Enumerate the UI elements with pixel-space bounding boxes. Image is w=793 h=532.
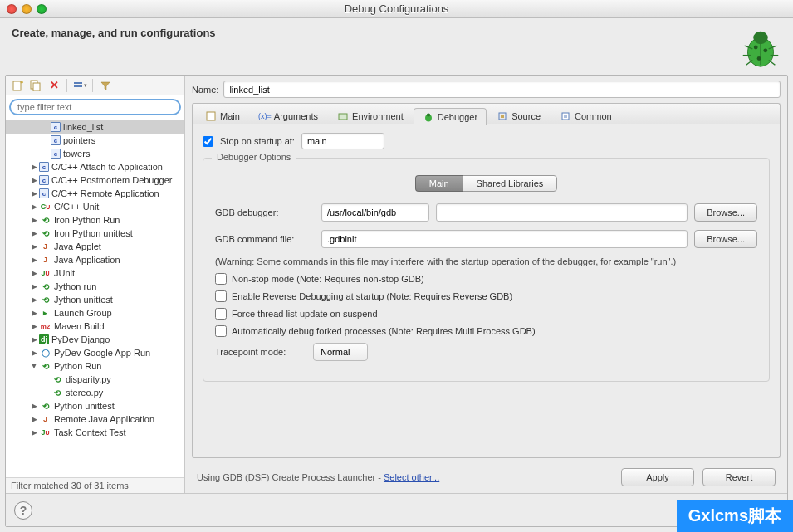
tree-item-label: Java Application xyxy=(54,255,120,265)
command-file-warning: (Warning: Some commands in this file may… xyxy=(215,256,757,266)
tab-bar: Main (x)=Arguments Environment Debugger … xyxy=(192,103,781,124)
force-thread-checkbox[interactable] xyxy=(215,308,227,320)
svg-rect-16 xyxy=(74,82,82,84)
main-frame: ✦ ✕ ▾ clinked_listcpointersctowers▶cC/C+… xyxy=(5,75,788,527)
tree-item[interactable]: ▶JJava Application xyxy=(6,253,184,266)
svg-point-10 xyxy=(763,48,767,52)
stop-on-startup-label: Stop on startup at: xyxy=(220,136,295,146)
tree-item-label: PyDev Django xyxy=(51,334,110,344)
stop-on-startup-checkbox[interactable] xyxy=(203,136,213,147)
subtab-shared-libraries[interactable]: Shared Libraries xyxy=(463,175,558,192)
svg-rect-15 xyxy=(33,83,40,91)
debugger-panel: Stop on startup at: Debugger Options Mai… xyxy=(192,124,781,458)
svg-point-9 xyxy=(754,46,758,50)
tree-item-label: PyDev Google App Run xyxy=(54,348,150,358)
collapse-all-icon[interactable]: ▾ xyxy=(72,78,87,93)
tree-item[interactable]: ▶cC/C++ Postmortem Debugger xyxy=(6,173,184,187)
left-pane: ✦ ✕ ▾ clinked_listcpointersctowers▶cC/C+… xyxy=(6,76,185,493)
svg-rect-24 xyxy=(562,113,569,120)
tree-item[interactable]: ▶JRemote Java Application xyxy=(6,412,184,426)
config-tree[interactable]: clinked_listcpointersctowers▶cC/C++ Atta… xyxy=(6,119,184,477)
tree-item[interactable]: ▶CUC/C++ Unit xyxy=(6,200,184,213)
tree-item[interactable]: ▶▸Launch Group xyxy=(6,306,184,320)
tab-debugger[interactable]: Debugger xyxy=(414,108,487,125)
tree-item[interactable]: ▶⟲Jython unittest xyxy=(6,293,184,306)
tree-item-label: C/C++ Attach to Application xyxy=(51,162,163,172)
tree-item[interactable]: ▶cC/C++ Remote Application xyxy=(6,187,184,200)
tab-main[interactable]: Main xyxy=(196,107,249,124)
tree-item-label: Task Context Test xyxy=(54,427,126,437)
svg-point-11 xyxy=(757,56,761,61)
reverse-checkbox[interactable] xyxy=(215,290,227,302)
nonstop-label: Non-stop mode (Note: Requires non-stop G… xyxy=(232,274,424,284)
tab-environment[interactable]: Environment xyxy=(328,107,413,124)
tree-item-label: JUnit xyxy=(54,268,75,278)
tree-item[interactable]: ▶JUJUnit xyxy=(6,266,184,280)
tree-item[interactable]: ▶⟲Python unittest xyxy=(6,399,184,412)
tree-item-label: Iron Python Run xyxy=(54,215,120,225)
tab-arguments[interactable]: (x)=Arguments xyxy=(250,107,327,124)
delete-config-icon[interactable]: ✕ xyxy=(47,78,61,93)
tree-item[interactable]: cpointers xyxy=(6,134,184,147)
filter-menu-icon[interactable] xyxy=(98,78,113,93)
duplicate-config-icon[interactable] xyxy=(28,78,43,93)
arguments-tab-icon: (x)= xyxy=(259,110,271,122)
tree-item[interactable]: ▶JUTask Context Test xyxy=(6,426,184,439)
tree-item[interactable]: ▶◯PyDev Google App Run xyxy=(6,346,184,359)
gdb-debugger-label: GDB debugger: xyxy=(215,207,315,217)
tree-item[interactable]: ▶JJava Applet xyxy=(6,240,184,253)
tree-item-label: linked_list xyxy=(63,122,103,132)
tree-item[interactable]: ▶m2Maven Build xyxy=(6,320,184,333)
gdb-browse-button[interactable]: Browse... xyxy=(694,203,757,222)
debugger-options-title: Debugger Options xyxy=(212,152,296,162)
tree-item-label: Remote Java Application xyxy=(54,414,154,424)
tree-item[interactable]: ▶djPyDev Django xyxy=(6,333,184,346)
filter-input[interactable] xyxy=(9,99,181,115)
panel-footer: Using GDB (DSF) Create Process Launcher … xyxy=(192,458,781,490)
tree-item-label: Maven Build xyxy=(54,321,105,331)
tree-item[interactable]: ctowers xyxy=(6,147,184,160)
stop-on-startup-input[interactable] xyxy=(301,133,384,149)
tree-item[interactable]: ▶⟲Jython run xyxy=(6,280,184,293)
cmd-browse-button[interactable]: Browse... xyxy=(694,230,757,248)
tree-item[interactable]: ▼⟲Python Run xyxy=(6,359,184,373)
tab-source[interactable]: Source xyxy=(487,107,550,124)
filter-status: Filter matched 30 of 31 items xyxy=(6,477,184,493)
debugger-subtabs: Main Shared Libraries xyxy=(215,175,757,192)
svg-rect-23 xyxy=(501,115,504,118)
auto-fork-checkbox[interactable] xyxy=(215,325,227,337)
tracepoint-select[interactable]: Normal xyxy=(313,343,368,361)
launcher-text: Using GDB (DSF) Create Process Launcher … xyxy=(197,472,384,482)
tree-item[interactable]: ▶cC/C++ Attach to Application xyxy=(6,160,184,173)
help-icon[interactable]: ? xyxy=(14,501,32,520)
nonstop-checkbox[interactable] xyxy=(215,273,227,285)
common-tab-icon xyxy=(560,110,571,122)
name-input[interactable] xyxy=(223,81,781,98)
svg-point-21 xyxy=(427,114,430,117)
apply-button[interactable]: Apply xyxy=(621,468,694,486)
watermark: Gxlcms脚本 xyxy=(677,500,793,532)
tab-common[interactable]: Common xyxy=(551,107,621,124)
subtab-main[interactable]: Main xyxy=(415,175,463,192)
svg-text:✦: ✦ xyxy=(19,80,23,86)
tree-item[interactable]: clinked_list xyxy=(6,120,184,134)
tree-item-label: Iron Python unittest xyxy=(54,228,133,238)
gdb-command-input[interactable] xyxy=(321,230,688,248)
tree-item[interactable]: ▶⟲Iron Python unittest xyxy=(6,227,184,240)
page-subtitle: Create, manage, and run configurations xyxy=(0,18,793,47)
gdb-debugger-input[interactable] xyxy=(321,203,429,222)
tracepoint-label: Tracepoint mode: xyxy=(215,347,306,357)
reverse-label: Enable Reverse Debugging at startup (Not… xyxy=(232,291,512,301)
revert-button[interactable]: Revert xyxy=(702,468,776,486)
tree-item[interactable]: ⟲stereo.py xyxy=(6,386,184,399)
tree-item[interactable]: ⟲disparity.py xyxy=(6,373,184,386)
gdb-command-label: GDB command file: xyxy=(215,234,315,244)
svg-rect-18 xyxy=(207,112,215,120)
tree-item[interactable]: ▶⟲Iron Python Run xyxy=(6,213,184,227)
tree-toolbar: ✦ ✕ ▾ xyxy=(6,76,184,95)
gdb-debugger-input-rest[interactable] xyxy=(436,203,688,222)
select-other-link[interactable]: Select other... xyxy=(384,472,439,482)
filter-box xyxy=(9,99,181,115)
new-config-icon[interactable]: ✦ xyxy=(10,78,25,93)
tree-item-label: C/C++ Unit xyxy=(54,202,99,212)
